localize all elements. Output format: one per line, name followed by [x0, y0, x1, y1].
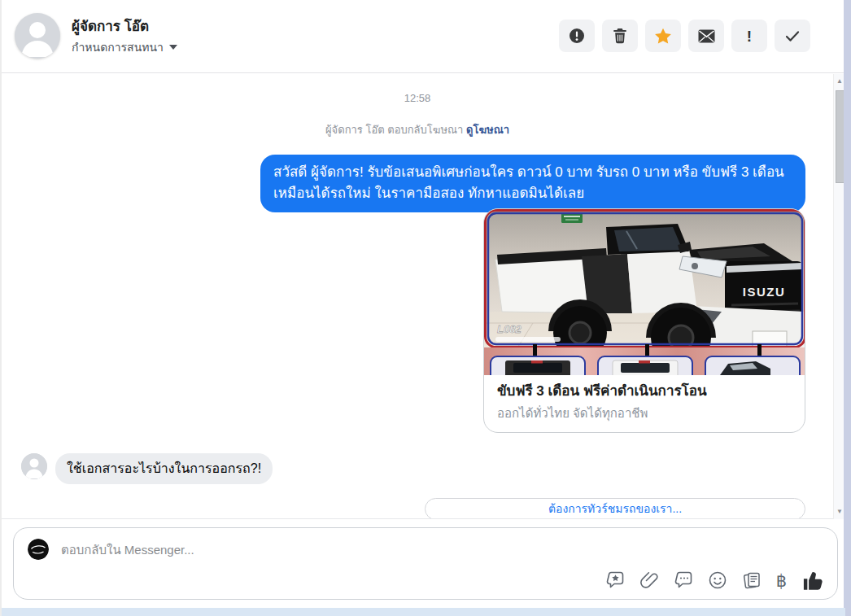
payment-button[interactable]: ฿: [776, 572, 787, 589]
notes-button[interactable]: [742, 570, 762, 590]
conversation-header: ผู้จัดการ โอ๊ต กำหนดการสนทนา: [2, 0, 845, 73]
page-logo-avatar: [28, 539, 49, 560]
thumbnail-1: [491, 356, 585, 375]
timestamp: 12:58: [2, 92, 833, 104]
reply-composer: ฿: [13, 527, 838, 600]
page-logo-icon: [28, 539, 49, 560]
report-circle-icon: [569, 28, 585, 44]
mail-icon: [698, 29, 715, 43]
saved-replies-button[interactable]: [674, 570, 693, 590]
conversation-schedule-dropdown[interactable]: กำหนดการสนทนา: [72, 38, 177, 56]
reply-input[interactable]: [61, 534, 565, 565]
ad-card-body: ขับฟรี 3 เดือน ฟรีค่าดำเนินการโอน ออกได้…: [484, 375, 805, 423]
messenger-conversation-window: ผู้จัดการ โอ๊ต กำหนดการสนทนา: [0, 0, 851, 616]
emoji-icon: [708, 570, 727, 590]
person-icon: [21, 453, 47, 479]
delete-button[interactable]: [602, 20, 638, 52]
quick-reply-button[interactable]: ต้องการทัวร์ชมรถของเรา...: [425, 498, 805, 519]
mark-done-button[interactable]: [775, 20, 810, 52]
saved-replies-icon: [674, 570, 693, 590]
view-ad-link[interactable]: ดูโฆษณา: [466, 124, 509, 136]
schedule-label: กำหนดการสนทนา: [72, 38, 164, 56]
ad-card[interactable]: ISUZU L082: [483, 208, 805, 433]
contact-name: ผู้จัดการ โอ๊ต: [72, 15, 149, 37]
header-action-bar: !: [559, 20, 810, 52]
incoming-message-row: ใช้เอกสารอะไรบ้างในการออกรถ?!: [21, 453, 273, 484]
check-icon: [784, 28, 801, 44]
emoji-button[interactable]: [708, 570, 727, 590]
customer-avatar[interactable]: [21, 453, 47, 479]
contact-avatar[interactable]: [15, 13, 60, 59]
thumbnail-2: [598, 356, 692, 375]
priority-button[interactable]: !: [731, 20, 767, 52]
message-thread: 12:58 ผู้จัดการ โอ๊ต ตอบกลับโฆษณา ดูโฆษณ…: [2, 74, 833, 519]
incoming-message-bubble: ใช้เอกสารอะไรบ้างในการออกรถ?!: [55, 453, 273, 484]
sticker-comment-icon: [605, 570, 625, 590]
attach-file-button[interactable]: [639, 570, 659, 590]
truck-brand-text: ISUZU: [743, 285, 786, 299]
ad-card-subtitle: ออกได้ทั่วไทย จัดได้ทุกอาชีพ: [497, 404, 792, 423]
report-button[interactable]: [559, 20, 595, 52]
window-bottom-edge: [2, 608, 845, 616]
baht-payment-icon: ฿: [776, 572, 787, 589]
ad-context-line: ผู้จัดการ โอ๊ต ตอบกลับโฆษณา ดูโฆษณา: [2, 121, 833, 138]
ad-context-text: ผู้จัดการ โอ๊ต ตอบกลับโฆษณา: [325, 124, 463, 136]
person-icon: [15, 13, 60, 59]
exclamation-icon: !: [747, 28, 752, 44]
like-button[interactable]: [801, 569, 824, 592]
truck-ad-image: ISUZU L082: [484, 209, 805, 375]
paperclip-icon: [639, 570, 659, 590]
chevron-down-icon: [169, 45, 177, 50]
trash-icon: [613, 28, 627, 44]
star-icon: [654, 28, 672, 45]
follow-up-button[interactable]: [645, 20, 681, 52]
thumbnail-3: [705, 356, 800, 375]
notes-icon: [742, 570, 762, 590]
composer-toolbar: ฿: [605, 569, 824, 592]
mark-unread-button[interactable]: [688, 20, 724, 52]
photo-watermark: L082: [497, 323, 522, 335]
thumbs-up-icon: [801, 569, 824, 592]
sticker-comment-button[interactable]: [605, 570, 625, 590]
window-right-edge: [844, 0, 851, 616]
outgoing-message-bubble: สวัสดี ผู้จัดการ! รับข้อเสนอพิเศษก่อนใคร…: [260, 155, 805, 212]
ad-card-title: ขับฟรี 3 เดือน ฟรีค่าดำเนินการโอน: [497, 382, 792, 401]
